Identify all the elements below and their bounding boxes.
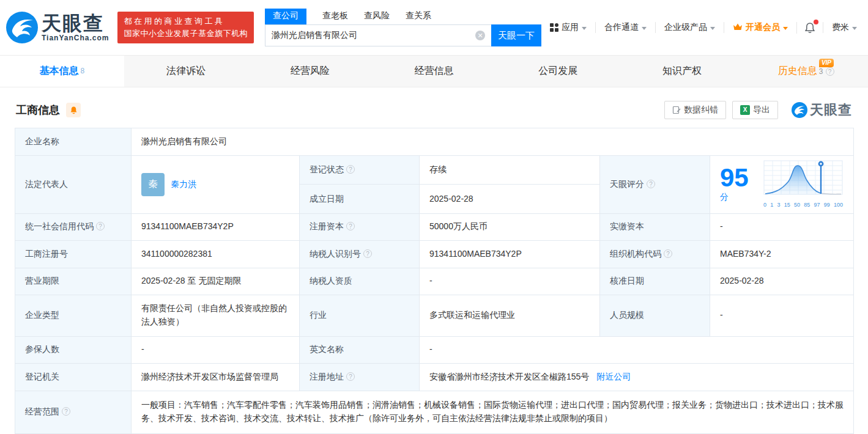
nav-partnership[interactable]: 合作通道 xyxy=(595,22,655,33)
search-input[interactable] xyxy=(265,24,491,46)
help-icon[interactable]: ? xyxy=(96,222,105,230)
tab-basic-info[interactable]: 基本信息 8 xyxy=(0,56,124,87)
tab-history-count: 3 xyxy=(819,67,823,76)
staff-size-label: 人员规模 xyxy=(600,295,710,336)
english-name-value: - xyxy=(420,336,854,363)
table-row: 营业期限 2025-02-28 至 无固定期限 纳税人资质 - 核准日期 202… xyxy=(15,268,854,295)
chevron-down-icon xyxy=(783,27,788,30)
monitor-bell-button[interactable] xyxy=(66,103,81,117)
notifications-bell[interactable] xyxy=(796,22,823,34)
tab-history-info[interactable]: VIP 历史信息 3 ? xyxy=(744,56,868,87)
chevron-down-icon xyxy=(710,27,715,30)
search-tab-boss[interactable]: 查老板 xyxy=(322,9,348,24)
business-info-table: 企业名称 滁州光启销售有限公司 法定代表人 秦 秦力洪 登记状态? 存续 天眼评… xyxy=(0,128,868,434)
edit-doc-icon xyxy=(672,106,681,114)
company-name-label: 企业名称 xyxy=(15,128,132,156)
credit-code-label: 统一社会信用代码? xyxy=(15,213,132,240)
tab-company-development[interactable]: 公司发展 xyxy=(496,56,620,87)
help-icon[interactable]: ? xyxy=(346,372,355,381)
nav-open-vip[interactable]: 开通会员 xyxy=(724,22,796,33)
apps-grid-icon xyxy=(550,23,558,32)
search-tab-company[interactable]: 查公司 xyxy=(265,9,306,24)
help-icon[interactable]: ? xyxy=(664,249,672,258)
excel-icon: X xyxy=(740,105,750,115)
export-button[interactable]: X 导出 xyxy=(732,101,778,119)
table-row: 登记机关 滁州经济技术开发区市场监督管理局 注册地址? 安徽省滁州市经济技术开发… xyxy=(15,363,854,391)
score-unit: 分 xyxy=(720,192,729,202)
slogan-line1: 都在用的商业查询工具 xyxy=(124,15,248,28)
taxpayer-id-value: 91341100MAEB734Y2P xyxy=(420,240,600,268)
chart-tick-label: 99 xyxy=(824,201,830,210)
watermark-logo: 天眼查 xyxy=(792,101,852,119)
help-icon[interactable]: ? xyxy=(62,407,70,416)
tab-history-label: 历史信息 xyxy=(778,65,817,78)
tab-ip-label: 知识产权 xyxy=(662,65,702,78)
insured-count-value: - xyxy=(132,336,300,363)
nav-enterprise-products[interactable]: 企业级产品 xyxy=(655,22,724,33)
tianyancha-logo[interactable]: 天眼查 TianYanCha.com xyxy=(6,12,109,43)
score-label: 天眼评分? xyxy=(600,156,710,214)
chart-tick-label: 0 xyxy=(763,201,766,210)
search-button[interactable]: 天眼一下 xyxy=(491,24,541,46)
search-block: 查公司 查老板 查风险 查关系 ✕ 天眼一下 xyxy=(265,9,541,46)
tab-intellectual-property[interactable]: 知识产权 xyxy=(620,56,744,87)
legal-rep-value: 秦 秦力洪 xyxy=(132,156,300,214)
notification-dot xyxy=(814,20,818,24)
industry-value: 多式联运和运输代理业 xyxy=(420,295,600,336)
tab-operating-risk[interactable]: 经营风险 xyxy=(248,56,372,87)
reg-capital-label-text: 注册资本 xyxy=(310,221,344,231)
logo-title: 天眼查 xyxy=(42,13,109,34)
company-type-value: 有限责任公司（非自然人投资或控股的法人独资） xyxy=(132,295,300,336)
help-icon[interactable]: ? xyxy=(363,249,372,258)
search-tabs: 查公司 查老板 查风险 查关系 xyxy=(265,9,541,24)
clear-search-icon[interactable]: ✕ xyxy=(475,31,485,40)
help-icon[interactable]: ? xyxy=(826,67,834,76)
taxpayer-id-label-text: 纳税人识别号 xyxy=(310,249,361,259)
slogan-line2: 国家中小企业发展子基金旗下机构 xyxy=(124,28,248,40)
credit-code-value: 91341100MAEB734Y2P xyxy=(132,213,300,240)
chevron-down-icon xyxy=(642,27,647,30)
tab-risk-label: 经营风险 xyxy=(291,65,330,78)
legal-rep-avatar[interactable]: 秦 xyxy=(141,173,165,196)
tab-basic-info-count: 8 xyxy=(81,67,85,75)
establish-date-value: 2025-02-28 xyxy=(420,185,600,213)
taxpayer-quality-label: 纳税人资质 xyxy=(300,268,420,295)
reg-address-text: 安徽省滁州市经济技术开发区全椒路155号 xyxy=(429,372,589,381)
business-scope-value: 一般项目：汽车销售；汽车零配件零售；汽车装饰用品销售；润滑油销售；机械设备销售；… xyxy=(132,391,854,433)
nav-user-menu[interactable]: 费米 xyxy=(823,22,866,33)
reg-authority-label: 登记机关 xyxy=(15,363,132,391)
search-tab-relation[interactable]: 查关系 xyxy=(406,9,431,24)
nav-open-vip-label: 开通会员 xyxy=(746,22,780,33)
reg-address-label-text: 注册地址 xyxy=(310,372,344,381)
help-icon[interactable]: ? xyxy=(647,180,655,188)
tab-business-info[interactable]: 经营信息 xyxy=(372,56,496,87)
nav-apps[interactable]: 应用 xyxy=(541,22,595,33)
tab-legal-proceedings[interactable]: 法律诉讼 xyxy=(124,56,248,87)
company-detail-tabs: 基本信息 8 法律诉讼 经营风险 经营信息 公司发展 知识产权 VIP 历史信息… xyxy=(0,55,868,87)
score-value-cell: 95分 xyxy=(710,156,854,214)
search-tab-risk[interactable]: 查风险 xyxy=(364,9,390,24)
nearby-companies-link[interactable]: 附近公司 xyxy=(596,372,631,381)
help-icon[interactable]: ? xyxy=(346,222,355,230)
nav-apps-label: 应用 xyxy=(562,22,579,33)
org-code-label: 组织机构代码? xyxy=(600,240,710,268)
legal-rep-link[interactable]: 秦力洪 xyxy=(171,178,196,191)
reg-address-label: 注册地址? xyxy=(300,363,420,391)
legal-rep-label: 法定代表人 xyxy=(15,156,132,214)
chart-tick-label: 100 xyxy=(834,201,843,210)
section-header: 工商信息 数据纠错 X 导出 天眼查 xyxy=(0,87,868,128)
taxpayer-quality-value: - xyxy=(420,268,600,295)
org-code-value: MAEB734Y-2 xyxy=(710,240,854,268)
taxpayer-id-label: 纳税人识别号? xyxy=(300,240,420,268)
data-correction-button[interactable]: 数据纠错 xyxy=(664,101,726,119)
business-scope-label: 经营范围? xyxy=(15,391,132,433)
table-row: 企业名称 滁州光启销售有限公司 xyxy=(15,128,854,156)
approval-date-label: 核准日期 xyxy=(600,268,710,295)
chart-tick-label: 85 xyxy=(804,201,810,210)
credit-code-label-text: 统一社会信用代码 xyxy=(25,221,94,231)
establish-date-label: 成立日期 xyxy=(300,185,420,213)
help-icon[interactable]: ? xyxy=(346,165,355,174)
tianyancha-swirl-icon xyxy=(792,102,807,118)
vip-badge: VIP xyxy=(819,59,834,67)
reg-authority-value: 滁州经济技术开发区市场监督管理局 xyxy=(132,363,300,391)
